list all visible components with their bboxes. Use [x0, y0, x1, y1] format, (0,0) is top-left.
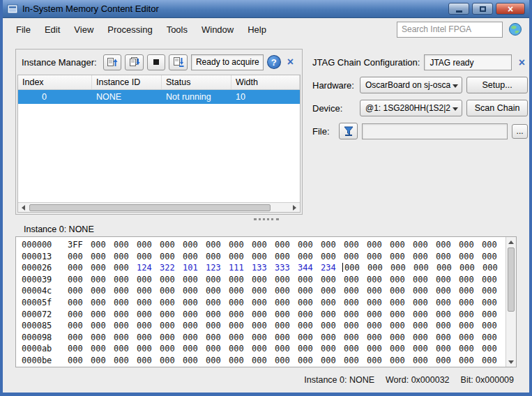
hex-word[interactable]: 000 — [183, 332, 198, 344]
hex-word[interactable]: 000 — [482, 343, 497, 355]
minimize-button[interactable] — [448, 3, 469, 15]
hex-word[interactable]: 000 — [413, 309, 428, 321]
hex-word[interactable]: 000 — [367, 309, 382, 321]
hex-word[interactable]: 000 — [413, 355, 428, 367]
hex-word[interactable]: 000 — [390, 297, 405, 309]
hex-word[interactable]: 000 — [68, 320, 83, 332]
hex-word[interactable]: 000 — [114, 239, 129, 251]
menu-processing[interactable]: Processing — [101, 22, 158, 38]
horizontal-scroll-thumb[interactable] — [29, 204, 271, 211]
hex-word[interactable]: 000 — [459, 285, 474, 297]
column-header-width[interactable]: Width — [231, 75, 300, 89]
hex-word[interactable]: 000 — [344, 320, 359, 332]
hex-word[interactable]: 000 — [206, 320, 221, 332]
help-button[interactable]: ? — [267, 55, 281, 69]
title-bar[interactable]: In-System Memory Content Editor × — [3, 0, 529, 18]
menu-file[interactable]: File — [10, 22, 37, 38]
menu-window[interactable]: Window — [195, 22, 240, 38]
hex-word[interactable]: 000 — [229, 343, 244, 355]
hex-word[interactable]: 000 — [252, 309, 267, 321]
hex-word[interactable]: 000 — [436, 297, 451, 309]
hex-word[interactable]: 000 — [206, 309, 221, 321]
hex-word[interactable]: 000 — [252, 285, 267, 297]
hex-word[interactable]: 000 — [160, 285, 175, 297]
hex-word[interactable]: 000 — [436, 332, 451, 344]
hex-word[interactable]: 000 — [344, 343, 359, 355]
hex-word[interactable]: 000 — [367, 262, 383, 274]
device-select[interactable]: @1: 1SG280HH(1S2|2 — [360, 100, 462, 116]
hex-word[interactable]: 000 — [298, 309, 313, 321]
hex-word[interactable]: 000 — [482, 251, 497, 263]
hex-word[interactable]: 000 — [321, 320, 336, 332]
menu-view[interactable]: View — [68, 22, 100, 38]
hex-word[interactable]: 000 — [390, 251, 405, 263]
hex-word[interactable]: 000 — [137, 274, 152, 286]
hex-word[interactable]: 000 — [68, 297, 83, 309]
vertical-scroll-thumb[interactable] — [508, 247, 515, 312]
hex-word[interactable]: 000 — [344, 285, 359, 297]
hex-word[interactable]: 000 — [413, 262, 429, 274]
hex-word[interactable]: 000 — [160, 343, 175, 355]
hex-word[interactable]: 000 — [321, 251, 336, 263]
hex-word[interactable]: 000 — [298, 274, 313, 286]
hex-word[interactable]: 000 — [367, 320, 382, 332]
hex-word[interactable]: 000 — [390, 274, 405, 286]
splitter-handle[interactable] — [3, 215, 529, 224]
hex-word[interactable]: 000 — [137, 343, 152, 355]
globe-icon[interactable] — [508, 22, 522, 36]
hex-word[interactable]: 000 — [436, 285, 451, 297]
hex-word[interactable]: 000 — [275, 332, 290, 344]
hex-word[interactable]: 000 — [229, 274, 244, 286]
hex-word[interactable]: 000 — [114, 355, 129, 367]
hex-word[interactable]: 234 — [321, 262, 336, 274]
hex-word[interactable]: 000 — [206, 251, 221, 263]
stop-button[interactable] — [147, 54, 166, 70]
hex-word[interactable]: 000 — [459, 355, 474, 367]
hex-word[interactable]: 000 — [91, 320, 106, 332]
hex-word[interactable]: 000 — [206, 355, 221, 367]
hex-word[interactable]: 000 — [137, 332, 152, 344]
hex-word[interactable]: 000 — [321, 285, 336, 297]
hex-word[interactable]: 000 — [390, 320, 405, 332]
hex-word[interactable]: 000 — [160, 239, 175, 251]
hex-word[interactable]: 333 — [275, 262, 290, 274]
hex-word[interactable]: 000 — [160, 320, 175, 332]
hex-word[interactable]: 000 — [367, 332, 382, 344]
hex-word[interactable]: 133 — [252, 262, 267, 274]
hex-word[interactable]: 000 — [137, 309, 152, 321]
hex-word[interactable]: 000 — [137, 355, 152, 367]
scroll-left-button[interactable] — [18, 203, 29, 212]
hex-word[interactable]: 000 — [68, 309, 83, 321]
hex-word[interactable]: 000 — [367, 297, 382, 309]
hex-word[interactable]: 000 — [367, 343, 382, 355]
memory-editor[interactable]: 0000003FF0000000000000000000000000000000… — [15, 236, 517, 367]
hex-word[interactable]: 123 — [206, 262, 221, 274]
hex-word[interactable]: 000 — [436, 320, 451, 332]
hex-word[interactable]: 000 — [137, 297, 152, 309]
hex-word[interactable]: 000 — [298, 297, 313, 309]
hex-word[interactable]: 000 — [229, 309, 244, 321]
scroll-up-button[interactable] — [506, 237, 516, 247]
hex-word[interactable]: 000 — [482, 309, 497, 321]
hex-word[interactable]: 000 — [390, 355, 405, 367]
hex-word[interactable]: 000 — [482, 285, 497, 297]
hex-word[interactable]: 000 — [298, 332, 313, 344]
file-path-field[interactable] — [362, 123, 508, 139]
hex-word[interactable]: 000 — [91, 262, 106, 274]
hex-word[interactable]: 000 — [390, 343, 405, 355]
hex-word[interactable]: 000 — [160, 355, 175, 367]
hex-word[interactable]: 000 — [367, 274, 382, 286]
hex-word[interactable]: 000 — [160, 274, 175, 286]
hex-word[interactable]: 000 — [321, 274, 336, 286]
hex-word[interactable]: 000 — [114, 285, 129, 297]
hex-word[interactable]: 000 — [252, 355, 267, 367]
hex-word[interactable]: 000 — [252, 343, 267, 355]
hex-word[interactable]: 000 — [68, 285, 83, 297]
menu-tools[interactable]: Tools — [160, 22, 194, 38]
hex-word[interactable]: 111 — [229, 262, 244, 274]
hex-word[interactable]: 000 — [183, 239, 198, 251]
hex-word[interactable]: 000 — [275, 251, 290, 263]
hex-word[interactable]: 000 — [183, 285, 198, 297]
open-file-button[interactable] — [339, 123, 358, 139]
hex-word[interactable]: 000 — [183, 355, 198, 367]
